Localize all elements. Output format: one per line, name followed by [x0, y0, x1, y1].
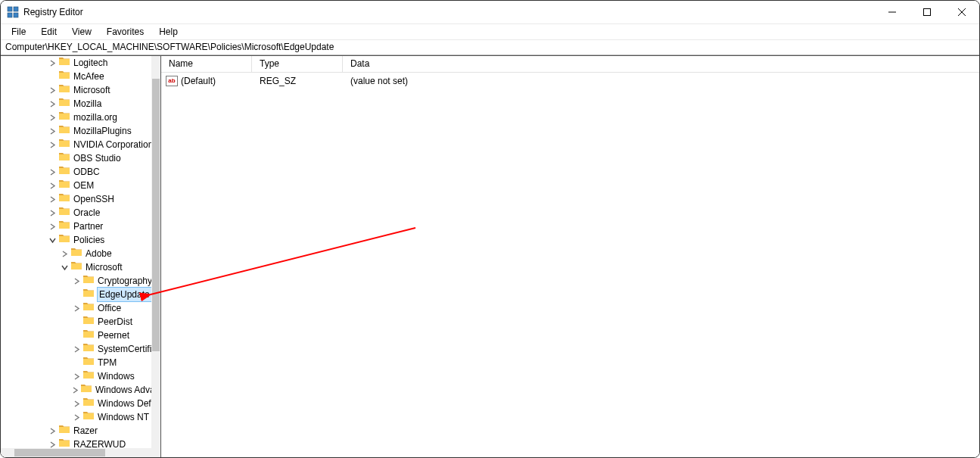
menu-edit[interactable]: Edit [33, 25, 64, 39]
chevron-right-icon[interactable] [60, 249, 69, 258]
folder-icon [82, 397, 98, 411]
tree-item-odbc[interactable]: ODBC [1, 165, 151, 179]
tree-item-obs-studio[interactable]: OBS Studio [1, 151, 151, 165]
chevron-right-icon[interactable] [72, 372, 81, 381]
tree-item-windows[interactable]: Windows [1, 369, 151, 383]
column-data[interactable]: Data [343, 56, 979, 72]
chevron-down-icon[interactable] [48, 235, 57, 245]
expander-empty [72, 290, 81, 299]
tree-item-label: Partner [73, 220, 103, 233]
close-button[interactable] [944, 1, 979, 23]
tree-item-label: Policies [73, 233, 104, 247]
svg-rect-2 [8, 13, 12, 17]
value-row[interactable]: ab(Default)REG_SZ(value not set) [161, 73, 979, 89]
tree-item-razer[interactable]: Razer [1, 424, 151, 438]
value-data: (value not set) [343, 76, 979, 86]
tree-item-cryptography[interactable]: Cryptography [1, 274, 151, 288]
chevron-right-icon[interactable] [72, 344, 81, 354]
svg-rect-1 [14, 7, 18, 11]
tree-item-label: Microsoft [86, 260, 123, 274]
tree-vscrollbar[interactable] [151, 56, 160, 448]
chevron-right-icon[interactable] [48, 140, 57, 149]
tree-hscrollbar[interactable] [1, 448, 151, 457]
tree-item-label: TPM [98, 356, 117, 369]
chevron-right-icon[interactable] [72, 385, 79, 394]
address-bar[interactable]: Computer\HKEY_LOCAL_MACHINE\SOFTWARE\Pol… [1, 40, 979, 55]
tree-item-microsoft[interactable]: Microsoft [1, 260, 151, 274]
window-buttons [875, 1, 979, 23]
chevron-right-icon[interactable] [48, 167, 57, 176]
menu-favorites[interactable]: Favorites [99, 25, 151, 39]
tree-item-oracle[interactable]: Oracle [1, 206, 151, 220]
tree-item-office[interactable]: Office [1, 301, 151, 315]
chevron-right-icon[interactable] [48, 126, 57, 136]
maximize-button[interactable] [910, 1, 944, 23]
tree-item-peernet[interactable]: Peernet [1, 329, 151, 342]
tree-item-mozillaplugins[interactable]: MozillaPlugins [1, 124, 151, 138]
tree-item-tpm[interactable]: TPM [1, 356, 151, 369]
menu-file[interactable]: File [4, 25, 33, 39]
chevron-down-icon[interactable] [60, 263, 69, 272]
values-rows[interactable]: ab(Default)REG_SZ(value not set) [161, 73, 979, 457]
tree-item-windows-advanced-threat-protection[interactable]: Windows Advanced Threat Protection [1, 383, 151, 397]
tree-item-windows-nt[interactable]: Windows NT [1, 410, 151, 424]
tree-item-label: Mozilla [73, 97, 101, 111]
tree-item-mozilla[interactable]: Mozilla [1, 97, 151, 111]
folder-icon [58, 438, 73, 449]
tree-item-label: Razer [73, 424, 98, 438]
chevron-right-icon[interactable] [48, 208, 57, 217]
chevron-right-icon[interactable] [48, 440, 57, 448]
tree-item-windows-defender[interactable]: Windows Defender [1, 397, 151, 410]
tree-item-edgeupdate[interactable]: EdgeUpdate [1, 288, 151, 301]
folder-icon [58, 56, 73, 70]
tree-item-mozilla-org[interactable]: mozilla.org [1, 111, 151, 124]
tree-item-razerwud[interactable]: RAZERWUD [1, 438, 151, 448]
chevron-right-icon[interactable] [72, 399, 81, 408]
column-type[interactable]: Type [252, 56, 343, 72]
chevron-right-icon[interactable] [48, 195, 57, 204]
chevron-right-icon[interactable] [48, 86, 57, 95]
folder-icon [80, 383, 95, 397]
minimize-button[interactable] [875, 1, 910, 23]
value-name-label: (Default) [181, 76, 216, 86]
tree-item-label: Windows [98, 369, 135, 383]
tree-item-label: Adobe [86, 247, 112, 260]
menu-help[interactable]: Help [151, 25, 185, 39]
chevron-right-icon[interactable] [48, 426, 57, 435]
chevron-right-icon[interactable] [48, 58, 57, 67]
value-type: REG_SZ [252, 76, 343, 86]
expander-empty [72, 331, 81, 340]
menu-view[interactable]: View [64, 25, 99, 39]
tree-item-label: OpenSSH [73, 192, 114, 206]
tree-item-oem[interactable]: OEM [1, 179, 151, 192]
chevron-right-icon[interactable] [48, 181, 57, 190]
chevron-right-icon[interactable] [72, 413, 81, 422]
tree-item-mcafee[interactable]: McAfee [1, 70, 151, 83]
tree-item-partner[interactable]: Partner [1, 220, 151, 233]
tree-item-microsoft[interactable]: Microsoft [1, 83, 151, 97]
values-header: Name Type Data [161, 56, 979, 73]
folder-icon [82, 356, 98, 370]
tree-item-systemcertificates[interactable]: SystemCertificates [1, 342, 151, 356]
tree-item-openssh[interactable]: OpenSSH [1, 192, 151, 206]
chevron-right-icon[interactable] [48, 222, 57, 231]
chevron-right-icon[interactable] [72, 304, 81, 313]
tree-item-peerdist[interactable]: PeerDist [1, 315, 151, 329]
folder-icon [58, 111, 73, 125]
tree-item-policies[interactable]: Policies [1, 233, 151, 247]
expander-empty [48, 72, 57, 81]
tree-item-nvidia-corporation[interactable]: NVIDIA Corporation [1, 138, 151, 151]
folder-icon [58, 165, 73, 179]
tree-item-logitech[interactable]: Logitech [1, 56, 151, 70]
chevron-right-icon[interactable] [48, 113, 57, 122]
chevron-right-icon[interactable] [72, 276, 81, 285]
folder-icon [58, 124, 73, 139]
values-pane: Name Type Data ab(Default)REG_SZ(value n… [161, 56, 979, 457]
folder-icon [82, 274, 98, 288]
tree[interactable]: LogitechMcAfeeMicrosoftMozillamozilla.or… [1, 56, 151, 448]
column-name[interactable]: Name [161, 56, 252, 72]
chevron-right-icon[interactable] [48, 99, 57, 108]
tree-item-adobe[interactable]: Adobe [1, 247, 151, 260]
tree-item-label: OBS Studio [73, 151, 121, 165]
window: Registry Editor File Edit View Favorites… [0, 0, 980, 458]
